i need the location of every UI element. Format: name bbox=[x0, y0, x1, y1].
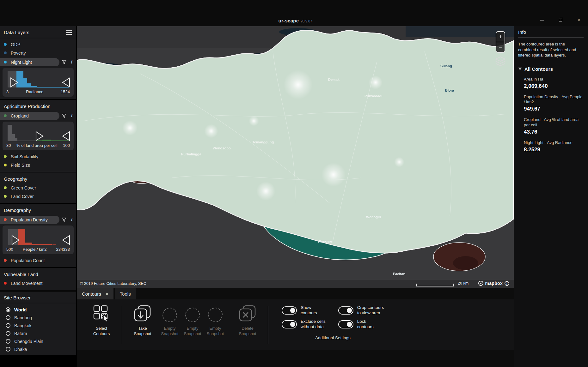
zoom-out-button[interactable]: − bbox=[496, 42, 505, 52]
restore-button[interactable] bbox=[557, 17, 564, 23]
layer-item-night-light[interactable]: Night Light i bbox=[0, 57, 76, 67]
map-layers-button[interactable] bbox=[494, 56, 506, 68]
site-item-bandung[interactable]: Bandung bbox=[0, 314, 76, 322]
site-item-bangkok[interactable]: Bangkok bbox=[0, 322, 76, 329]
map-label: Wonosari bbox=[318, 239, 334, 243]
map-label: Demak bbox=[328, 78, 340, 81]
layer-item-poverty[interactable]: Poverty bbox=[0, 49, 76, 57]
histogram-axis-label: People / km2 bbox=[23, 247, 47, 252]
empty-snapshot-icon bbox=[162, 308, 177, 322]
population-density-histogram[interactable]: 500 People / km2 234333 bbox=[3, 226, 74, 254]
take-snapshot-icon bbox=[134, 305, 151, 322]
night-light-histogram[interactable]: 3 Radiance 1524 bbox=[3, 68, 74, 97]
layer-item-population-count[interactable]: Population Count bbox=[0, 256, 76, 265]
group-header-vulnerable-land: Vulnerable Land bbox=[0, 267, 76, 279]
stat-label: Area in Ha bbox=[524, 77, 584, 82]
layer-item-land-movement[interactable]: Land Movement bbox=[0, 279, 76, 287]
stat-label: Population Density - Avg People / km2 bbox=[524, 94, 584, 105]
stat-area: Area in Ha 2,069,640 bbox=[524, 77, 584, 89]
stat-value: 949.67 bbox=[524, 106, 584, 112]
toggle-switch[interactable] bbox=[338, 306, 353, 315]
toggle-lock-contours[interactable]: Lockcontours bbox=[338, 319, 384, 330]
take-snapshot-button[interactable]: TakeSnapshot bbox=[127, 305, 158, 337]
group-header-demography: Demography bbox=[0, 203, 76, 215]
layer-label: Cropland bbox=[11, 113, 29, 118]
map-label: Blora bbox=[445, 88, 454, 92]
filter-icon[interactable] bbox=[61, 113, 67, 119]
hamburger-menu-icon[interactable] bbox=[65, 29, 72, 35]
all-contours-header[interactable]: All Contours bbox=[518, 66, 584, 72]
toggle-switch[interactable] bbox=[282, 320, 297, 328]
histogram-min: 500 bbox=[6, 247, 13, 252]
toggle-switch[interactable] bbox=[338, 320, 353, 328]
layer-item-field-size[interactable]: Field Size bbox=[0, 161, 76, 169]
layers-icon bbox=[494, 56, 506, 67]
layer-item-land-cover[interactable]: Land Cover bbox=[0, 192, 76, 201]
bottom-panel: Contours × Tools SelectCo bbox=[77, 288, 514, 367]
tab-close-icon[interactable]: × bbox=[106, 291, 108, 297]
select-contours-button[interactable]: SelectContours bbox=[86, 305, 117, 337]
stat-population-density: Population Density - Avg People / km2 94… bbox=[524, 94, 584, 112]
layer-item-cropland[interactable]: Cropland i bbox=[0, 111, 76, 120]
empty-snapshot-button-2: EmptySnapshot bbox=[181, 305, 204, 337]
restore-icon bbox=[559, 19, 562, 22]
map-scale-label: 20 km bbox=[458, 281, 469, 286]
map-label: Wonogiri bbox=[366, 215, 381, 219]
layer-item-green-cover[interactable]: Green Cover bbox=[0, 184, 76, 192]
minimize-button[interactable] bbox=[539, 17, 546, 23]
title-bar: ur-scapev0.9.87 × bbox=[0, 0, 588, 26]
map-label: Wonosobo bbox=[213, 146, 231, 150]
histogram-max-handle[interactable] bbox=[63, 132, 70, 141]
info-icon[interactable]: i bbox=[69, 113, 75, 119]
group-header-geography: Geography bbox=[0, 172, 76, 184]
tab-tools[interactable]: Tools bbox=[115, 288, 136, 299]
toggle-exclude-cells[interactable]: Exclude cellswithout data bbox=[282, 319, 326, 330]
stat-cropland: Cropland - Avg % of land area per cell 4… bbox=[524, 117, 584, 135]
site-item-batam[interactable]: Batam bbox=[0, 329, 76, 337]
cropland-histogram[interactable]: 30 % of land area per cell 100 bbox=[3, 122, 74, 150]
mapbox-logo-icon[interactable] bbox=[478, 281, 483, 286]
tab-contours[interactable]: Contours × bbox=[77, 288, 113, 299]
layer-item-gdp[interactable]: GDP bbox=[0, 40, 76, 49]
all-contours-title: All Contours bbox=[524, 66, 553, 72]
layer-label: Field Size bbox=[11, 163, 30, 168]
radio-icon bbox=[6, 331, 10, 336]
histogram-max-handle[interactable] bbox=[63, 78, 70, 87]
map-viewport[interactable]: Sulang Blora Demak Purwodadi Temanggung … bbox=[77, 26, 514, 288]
tab-label: Tools bbox=[120, 291, 131, 297]
histogram-min-handle[interactable] bbox=[36, 132, 43, 141]
info-panel-title: Info bbox=[518, 29, 584, 38]
layer-dot bbox=[4, 259, 7, 262]
additional-settings-button[interactable]: Additional Settings bbox=[282, 335, 384, 340]
layer-item-population-density[interactable]: Population Density i bbox=[0, 215, 76, 224]
layer-dot bbox=[4, 164, 7, 166]
filter-icon[interactable] bbox=[61, 59, 67, 65]
zoom-in-button[interactable]: + bbox=[496, 32, 505, 42]
layer-dot bbox=[4, 195, 7, 198]
filter-icon[interactable] bbox=[61, 217, 67, 223]
info-icon[interactable]: i bbox=[69, 217, 75, 223]
site-item-chengdu-plain[interactable]: Chengdu Plain bbox=[0, 337, 76, 345]
close-button[interactable]: × bbox=[575, 17, 582, 23]
toolbar-divider bbox=[268, 306, 268, 344]
map-attribution-bar: © 2019 Future Cities Laboratory, SEC 20 … bbox=[77, 280, 514, 288]
attribution-info-icon[interactable]: i bbox=[505, 281, 509, 286]
delete-snapshot-button: DeleteSnapshot bbox=[232, 305, 263, 337]
layer-dot bbox=[4, 51, 7, 54]
histogram-max-handle[interactable] bbox=[63, 236, 70, 244]
mapbox-wordmark[interactable]: mapbox bbox=[485, 281, 503, 286]
site-item-dhaka[interactable]: Dhaka bbox=[0, 345, 76, 353]
empty-snapshot-icon bbox=[185, 308, 200, 322]
info-icon[interactable]: i bbox=[69, 59, 75, 65]
site-item-world[interactable]: World bbox=[0, 306, 76, 314]
empty-snapshot-button-1: EmptySnapshot bbox=[158, 305, 181, 337]
map-zoom-control: + − bbox=[496, 31, 505, 53]
toggle-show-contours[interactable]: Showcontours bbox=[282, 305, 326, 316]
delete-snapshot-icon bbox=[239, 305, 256, 322]
toggle-crop-contours[interactable]: Crop contoursto view area bbox=[338, 305, 384, 316]
map-label: Temanggung bbox=[252, 140, 274, 144]
site-browser-title: Site Browser bbox=[4, 295, 31, 300]
layer-label: Soil Suitability bbox=[11, 154, 38, 159]
toggle-switch[interactable] bbox=[282, 306, 297, 315]
layer-item-soil-suitability[interactable]: Soil Suitability bbox=[0, 152, 76, 161]
